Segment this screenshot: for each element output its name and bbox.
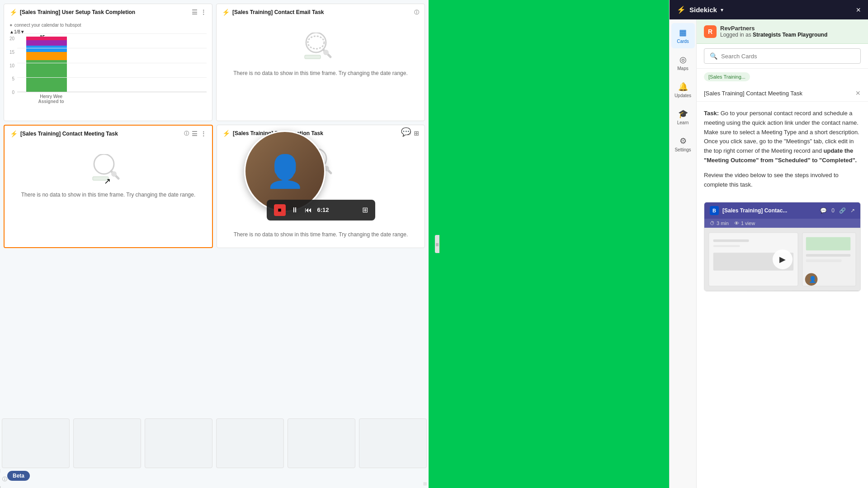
stop-button[interactable]: ■ — [274, 204, 286, 216]
bar-seg-2 — [26, 52, 67, 60]
search-cards-input[interactable] — [721, 53, 855, 60]
search-container: 🔍 — [697, 44, 868, 69]
info-icon-1: ● — [9, 22, 13, 28]
nav-item-settings[interactable]: ⚙ Settings — [671, 131, 695, 157]
empty-card-6 — [359, 418, 427, 468]
selected-card-item[interactable]: [Sales Training] Contact Meeting Task ✕ — [697, 85, 868, 102]
eye-icon: 👁 — [734, 221, 739, 226]
bar-seg-4 — [26, 40, 67, 46]
card3-no-data: ↗ There is no data to show in this time … — [5, 140, 212, 212]
sidekick-title-text: Sidekick — [689, 6, 717, 14]
card2-no-data-text: There is no data to show in this time fr… — [233, 70, 408, 77]
info-icon-2: ⓘ — [414, 9, 419, 16]
comment-count: 0 — [831, 207, 835, 214]
time-display: 6:12 — [317, 206, 329, 213]
y-0: 0 — [9, 90, 14, 95]
svg-point-7 — [111, 171, 117, 177]
card1-actions[interactable]: ☰ ⋮ — [192, 9, 207, 16]
nav-item-maps[interactable]: ◎ Maps — [671, 50, 695, 75]
card-item-close-button[interactable]: ✕ — [855, 89, 861, 97]
card-contact-email: ⚡ [Sales Training] Contact Email Task ⓘ — [216, 4, 425, 121]
nav-item-learn[interactable]: 🎓 Learn — [671, 104, 695, 130]
tag-container: [Sales Training... — [697, 69, 868, 85]
comment-icon-4[interactable]: 💬 — [401, 127, 411, 137]
more-icon-1[interactable]: ⋮ — [200, 9, 207, 16]
video-card-header: B [Sales Training] Contac... 💬 0 🔗 ↗ — [704, 202, 860, 219]
search-icon: 🔍 — [710, 52, 717, 60]
revpartners-info: RevPartners Logged in as Strategists Tea… — [720, 25, 861, 38]
timezone-label: Based on UTC -04:00 — [0, 468, 0, 488]
pause-button[interactable]: ⏸ — [290, 205, 299, 215]
video-card-meta: ⏱ 3 min 👁 1 view — [704, 219, 860, 228]
search-box[interactable]: 🔍 — [704, 48, 861, 64]
rewind-button[interactable]: ⏮ — [304, 205, 313, 215]
video-card-actions: 💬 0 🔗 ↗ — [820, 207, 855, 214]
sidekick-lightning-icon: ⚡ — [677, 5, 686, 14]
list-icon-3[interactable]: ☰ — [192, 130, 198, 137]
card3-actions[interactable]: ⓘ ☰ ⋮ — [184, 130, 207, 137]
sidekick-content-area: ▦ Cards ◎ Maps 🔔 Updates 🎓 Learn ⚙ Setti… — [670, 19, 868, 488]
y-axis: 20 15 10 5 0 — [9, 36, 17, 95]
cursor-pointer: ↗ — [104, 176, 111, 186]
beta-badge: Beta — [7, 471, 30, 481]
lightning-icon-2: ⚡ — [222, 9, 230, 16]
settings-nav-icon: ⚙ — [679, 136, 687, 146]
video-views: 👁 1 view — [734, 221, 755, 226]
sidekick-panel: ⚡ Sidekick ▾ × ▦ Cards ◎ Maps 🔔 Updates … — [669, 0, 868, 488]
empty-cards-row — [0, 417, 429, 470]
layout-button[interactable]: ⊞ — [362, 206, 368, 214]
bar-seg-3 — [26, 46, 67, 52]
task-label: Task: — [704, 110, 719, 117]
nav-item-updates[interactable]: 🔔 Updates — [671, 77, 695, 103]
more-icon-3[interactable]: ⋮ — [200, 130, 207, 137]
external-link-icon[interactable]: ↗ — [850, 207, 855, 214]
svg-rect-19 — [806, 237, 851, 251]
play-button-overlay[interactable]: ▶ — [773, 249, 793, 269]
b-icon: B — [710, 206, 719, 215]
link-icon[interactable]: 🔗 — [839, 207, 846, 214]
lightning-icon-1: ⚡ — [9, 9, 17, 16]
sidekick-header: ⚡ Sidekick ▾ × — [670, 0, 868, 19]
video-card-title: [Sales Training] Contac... — [722, 207, 816, 214]
selected-card-title: [Sales Training] Contact Meeting Task — [704, 90, 852, 97]
card2-actions[interactable]: ⓘ — [414, 9, 419, 16]
grid-line-1 — [17, 33, 207, 34]
list-icon-1[interactable]: ☰ — [192, 9, 198, 16]
workspace-name: Strategists Team Playground — [753, 32, 827, 38]
card4-no-data-text: There is no data to show in this time fr… — [234, 231, 408, 239]
nav-item-cards[interactable]: ▦ Cards — [671, 23, 695, 48]
bar-seg-1 — [26, 60, 67, 92]
grid-line-2 — [17, 48, 207, 48]
y-15: 15 — [9, 50, 14, 55]
info-icon-bottom: ⓘ — [2, 476, 7, 483]
card2-title: [Sales Training] Contact Email Task — [232, 9, 411, 15]
grid-icon-4[interactable]: ⊞ — [414, 130, 419, 137]
task-paragraph-2: Review the video below to see the steps … — [704, 171, 861, 190]
sidekick-chevron-icon[interactable]: ▾ — [721, 7, 723, 13]
card-deal-creation: ⚡ [Sales Training] Deal Creation Task ⓘ … — [217, 125, 425, 248]
stacked-bar — [26, 37, 67, 92]
empty-card-1 — [2, 418, 70, 468]
card1-subtitle: connect your calendar to hubspot — [14, 23, 81, 28]
bottom-cards-row: ⚡ [Sales Training] Contact Meeting Task … — [0, 123, 429, 250]
learn-nav-label: Learn — [677, 120, 689, 125]
bars-inner: 15 — [17, 33, 207, 92]
updates-nav-label: Updates — [675, 93, 691, 98]
sidekick-title-area[interactable]: ⚡ Sidekick ▾ — [677, 5, 723, 14]
video-controls: ■ ⏸ ⏮ 6:12 ⊞ — [267, 200, 375, 221]
no-data-icon-2 — [302, 33, 339, 64]
collapse-panel-button[interactable]: ||| — [435, 235, 439, 253]
lightning-icon-3: ⚡ — [10, 130, 18, 137]
grid-line-4 — [17, 77, 207, 78]
bars-area: 15 — [17, 33, 207, 104]
card3-header: ⚡ [Sales Training] Contact Meeting Task … — [5, 126, 212, 140]
task-paragraph-1: Task: Go to your personal contact record… — [704, 109, 861, 165]
svg-rect-17 — [713, 245, 740, 247]
y-10: 10 — [9, 63, 14, 68]
video-thumbnail[interactable]: 👤 ▶ — [704, 228, 860, 291]
sales-training-tag[interactable]: [Sales Training... — [704, 72, 750, 81]
card3-body: ↗ There is no data to show in this time … — [5, 140, 212, 212]
sidekick-close-button[interactable]: × — [856, 6, 861, 14]
card1-title: [Sales Training] User Setup Task Complet… — [20, 9, 189, 15]
revpartners-name: RevPartners — [720, 25, 861, 32]
